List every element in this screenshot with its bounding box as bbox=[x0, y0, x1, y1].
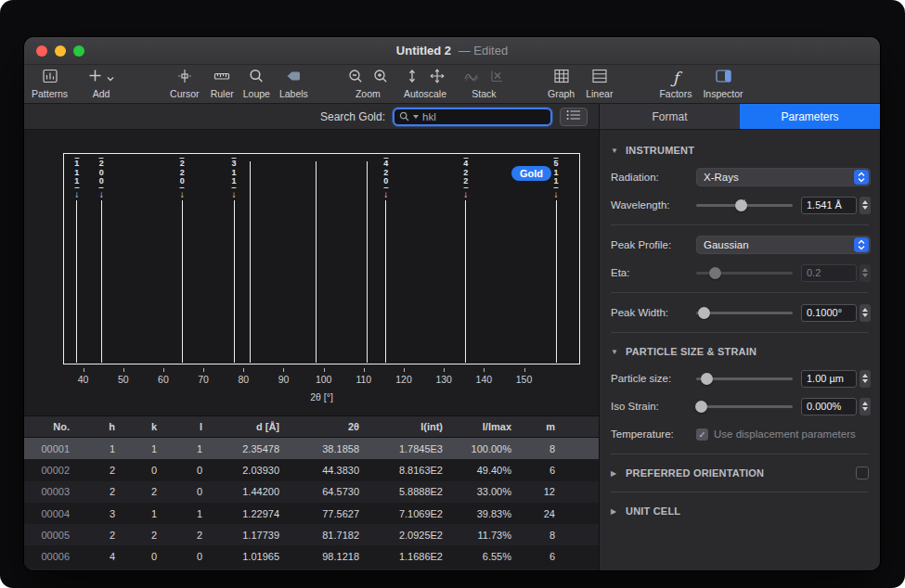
tab-parameters[interactable]: Parameters bbox=[740, 104, 880, 129]
zoom-in-icon[interactable] bbox=[372, 68, 389, 88]
iso-strain-field[interactable]: 0.000% bbox=[801, 398, 857, 415]
table-cell: 7.1069E2 bbox=[368, 508, 451, 519]
wavelength-slider[interactable] bbox=[696, 198, 793, 211]
toolbar-button-factors[interactable]: ƒ Factors bbox=[659, 68, 692, 99]
titlebar[interactable]: Untitled 2 — Edited bbox=[24, 37, 880, 65]
column-header-l[interactable]: l bbox=[165, 421, 211, 432]
table-row[interactable]: 000052221.1773981.71822.0925E211.73%8 bbox=[24, 524, 599, 545]
toolbar-button-loupe[interactable]: Loupe bbox=[243, 68, 270, 99]
toolbar-button-add[interactable]: Add bbox=[88, 68, 114, 99]
toolbar-button-linear[interactable]: Linear bbox=[586, 68, 613, 99]
column-header-k[interactable]: k bbox=[123, 421, 165, 432]
slider-thumb[interactable] bbox=[735, 199, 747, 211]
peak-width-stepper[interactable] bbox=[860, 304, 871, 322]
x-tick-label: 140 bbox=[476, 374, 493, 385]
particle-size-field[interactable]: 1.00 µm bbox=[801, 370, 857, 388]
series-badge[interactable]: Gold bbox=[511, 166, 551, 181]
plot-area[interactable]: Gold 111↓200↓220↓311↓420↓422↓511↓ bbox=[63, 153, 580, 364]
vertical-arrows-icon[interactable] bbox=[404, 68, 420, 88]
table-cell: 8 bbox=[520, 443, 563, 454]
disclosure-open-icon[interactable]: ▼ bbox=[611, 147, 619, 155]
move-arrows-icon[interactable] bbox=[429, 68, 446, 88]
column-header-no[interactable]: No. bbox=[24, 421, 78, 432]
peak-width-field[interactable]: 0.1000° bbox=[801, 304, 857, 322]
table-cell: 1 bbox=[165, 443, 211, 454]
wavelength-field[interactable]: 1.541 Å bbox=[801, 197, 857, 214]
table-cell: 39.83% bbox=[451, 508, 520, 519]
down-arrow-icon: ↓ bbox=[99, 190, 104, 199]
peak-hkl-label: 511↓ bbox=[554, 157, 559, 199]
section-preferred-orientation[interactable]: ▶ PREFERRED ORIENTATION bbox=[600, 460, 880, 486]
peak-line[interactable] bbox=[465, 200, 466, 363]
column-header-multiplicity[interactable]: m bbox=[520, 421, 563, 432]
table-row[interactable]: 000043111.2297477.56277.1069E239.83%24 bbox=[24, 503, 599, 524]
row-number-cell: 00006 bbox=[24, 551, 78, 562]
peak-profile-row: Peak Profile: Gaussian bbox=[600, 231, 880, 259]
section-unit-cell[interactable]: ▶ UNIT CELL bbox=[600, 498, 880, 524]
toolbar-button-labels[interactable]: Labels bbox=[279, 68, 308, 99]
peak-line[interactable] bbox=[316, 161, 317, 363]
eta-slider bbox=[696, 266, 793, 279]
toolbar-label: Add bbox=[93, 88, 110, 99]
inspector-tabs: Format Parameters bbox=[600, 104, 880, 130]
column-header-d[interactable]: d [Å] bbox=[211, 421, 288, 432]
iso-strain-stepper[interactable] bbox=[860, 398, 871, 415]
column-header-h[interactable]: h bbox=[78, 421, 123, 432]
peak-line[interactable] bbox=[234, 200, 235, 363]
toolbar-button-graph[interactable]: Graph bbox=[548, 68, 575, 99]
peak-profile-popup[interactable]: Gaussian bbox=[696, 236, 871, 254]
table-cell: 3 bbox=[78, 508, 123, 519]
peak-line[interactable] bbox=[556, 200, 557, 363]
section-instrument[interactable]: ▼ INSTRUMENT bbox=[600, 137, 880, 163]
column-header-intensity[interactable]: I(int) bbox=[368, 421, 451, 432]
toolbar-button-cursor[interactable]: Cursor bbox=[170, 68, 200, 99]
stack-offset-icon[interactable] bbox=[488, 68, 505, 88]
use-displacement-checkbox[interactable] bbox=[696, 428, 708, 441]
toolbar-button-patterns[interactable]: Patterns bbox=[32, 68, 68, 99]
peak-table-body: 000011112.3547838.18581.7845E3100.00%800… bbox=[24, 438, 599, 570]
section-particle-size-strain[interactable]: ▼ PARTICLE SIZE & STRAIN bbox=[600, 339, 880, 364]
table-row[interactable]: 000011112.3547838.18581.7845E3100.00%8 bbox=[24, 438, 599, 459]
peak-line[interactable] bbox=[182, 200, 183, 363]
table-cell: 2.03930 bbox=[211, 465, 288, 476]
column-header-relative-intensity[interactable]: I/Imax bbox=[451, 421, 520, 432]
toolbar-button-inspector[interactable]: Inspector bbox=[703, 68, 743, 99]
cursor-icon bbox=[176, 68, 193, 88]
minimize-window-button[interactable] bbox=[55, 45, 66, 57]
iso-strain-slider[interactable] bbox=[696, 400, 793, 413]
peak-line[interactable] bbox=[250, 161, 251, 363]
preferred-orientation-checkbox[interactable] bbox=[856, 467, 869, 479]
wavelength-stepper[interactable] bbox=[860, 197, 871, 214]
chevron-down-icon bbox=[107, 70, 114, 86]
peak-hkl-label: 220↓ bbox=[180, 157, 185, 199]
column-header-2theta[interactable]: 2θ bbox=[288, 421, 368, 432]
slider-thumb[interactable] bbox=[701, 373, 713, 385]
slider-thumb[interactable] bbox=[698, 307, 710, 319]
peak-line[interactable] bbox=[101, 200, 102, 363]
particle-size-stepper[interactable] bbox=[860, 370, 871, 388]
close-window-button[interactable] bbox=[36, 45, 47, 57]
overlay-curves-icon[interactable] bbox=[463, 68, 480, 88]
peak-line[interactable] bbox=[385, 200, 386, 363]
down-arrow-icon: ↓ bbox=[554, 190, 559, 199]
table-row[interactable]: 000022002.0393044.38308.8163E249.40%6 bbox=[24, 459, 599, 480]
fullscreen-window-button[interactable] bbox=[73, 45, 84, 57]
table-row[interactable]: 000032201.4420064.57305.8888E233.00%12 bbox=[24, 481, 599, 503]
tab-format[interactable]: Format bbox=[600, 104, 740, 129]
table-row[interactable]: 000064001.0196598.12181.1686E26.55%6 bbox=[24, 545, 599, 567]
search-input[interactable]: hkl bbox=[393, 108, 552, 126]
list-view-button[interactable] bbox=[560, 108, 588, 126]
toolbar-label: Cursor bbox=[170, 88, 200, 99]
peak-line[interactable] bbox=[367, 161, 368, 363]
disclosure-closed-icon[interactable]: ▶ bbox=[611, 469, 619, 478]
disclosure-open-icon[interactable]: ▼ bbox=[611, 348, 619, 356]
peak-width-slider[interactable] bbox=[696, 306, 793, 319]
slider-thumb[interactable] bbox=[695, 401, 707, 413]
radiation-popup[interactable]: X-Rays bbox=[696, 168, 871, 186]
section-title: PREFERRED ORIENTATION bbox=[626, 467, 764, 479]
particle-size-slider[interactable] bbox=[696, 372, 793, 385]
toolbar-button-ruler[interactable]: Ruler bbox=[211, 68, 234, 99]
peak-line[interactable] bbox=[76, 200, 77, 363]
disclosure-closed-icon[interactable]: ▶ bbox=[611, 507, 619, 516]
zoom-out-icon[interactable] bbox=[347, 68, 364, 88]
